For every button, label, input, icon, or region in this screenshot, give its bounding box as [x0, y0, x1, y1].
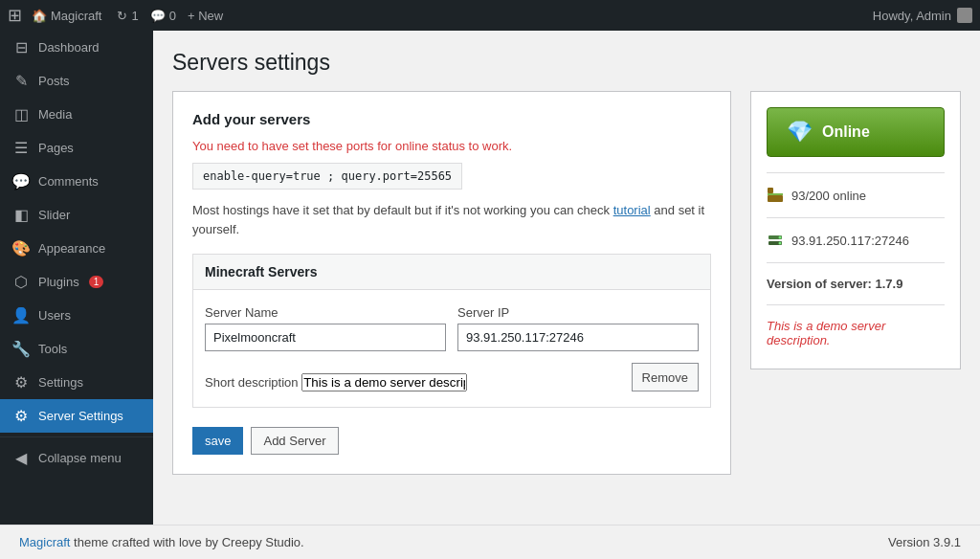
server-name-group: Server Name: [205, 305, 446, 351]
sidebar-item-server-settings[interactable]: ⚙ Server Settings: [0, 399, 153, 433]
top-bar: ⊞ 🏠 Magicraft ↻ 1 💬 0 + New Howdy, Admin: [0, 0, 980, 31]
updates-count: 1: [131, 9, 138, 23]
sidebar-item-dashboard[interactable]: ⊟ Dashboard: [0, 31, 153, 64]
sidebar-label-media: Media: [38, 107, 72, 122]
note-text: Most hostings have it set that by defaul…: [192, 201, 711, 238]
right-panel: 💎 Online 93/200 online: [750, 91, 961, 475]
code-block: enable-query=true ; query.port=25565: [192, 163, 462, 190]
svg-rect-2: [768, 195, 783, 202]
sidebar-label-plugins: Plugins: [38, 275, 79, 289]
online-status: 💎 Online: [767, 107, 945, 157]
servers-section: Minecraft Servers Server Name Server IP: [192, 254, 711, 408]
content-area: Add your servers You need to have set th…: [172, 91, 961, 475]
status-card: 💎 Online 93/200 online: [750, 91, 961, 369]
updates-icon: ↻: [117, 9, 127, 23]
remove-button[interactable]: Remove: [632, 363, 699, 391]
sidebar-label-comments: Comments: [38, 174, 99, 189]
sidebar-item-settings[interactable]: ⚙ Settings: [0, 366, 153, 399]
online-label: Online: [822, 123, 870, 141]
sidebar-item-pages[interactable]: ☰ Pages: [0, 131, 153, 165]
sidebar-item-slider[interactable]: ◧ Slider: [0, 198, 153, 232]
new-item[interactable]: + New: [188, 9, 223, 23]
note-text-before: Most hostings have it set that by defaul…: [192, 203, 610, 217]
sidebar-item-media[interactable]: ◫ Media: [0, 98, 153, 131]
server-name-label: Server Name: [205, 305, 446, 320]
server-name-input[interactable]: [205, 324, 446, 351]
players-text: 93/200 online: [791, 189, 866, 203]
avatar: [957, 8, 972, 23]
sidebar-separator: [0, 436, 153, 437]
svg-point-5: [779, 236, 782, 239]
slider-icon: ◧: [11, 206, 31, 224]
players-row: 93/200 online: [767, 181, 945, 210]
sidebar-label-settings: Settings: [38, 375, 83, 390]
updates-item[interactable]: ↻ 1: [117, 9, 138, 23]
svg-rect-0: [768, 188, 773, 193]
footer-credit: Magicraft theme crafted with love by Cre…: [19, 535, 304, 549]
sidebar-item-plugins[interactable]: ⬡ Plugins 1: [0, 265, 153, 299]
appearance-icon: 🎨: [11, 239, 31, 257]
sidebar-item-tools[interactable]: 🔧 Tools: [0, 332, 153, 366]
short-desc-input[interactable]: [301, 373, 467, 391]
server-settings-icon: ⚙: [11, 407, 31, 425]
sidebar-label-users: Users: [38, 308, 71, 323]
sidebar-label-slider: Slider: [38, 208, 70, 222]
layout: ⊟ Dashboard ✎ Posts ◫ Media ☰ Pages 💬 Co…: [0, 31, 980, 525]
comments-item[interactable]: 💬 0: [150, 9, 176, 23]
short-desc-row: Short description Remove: [205, 363, 699, 391]
sidebar-collapse-label: Collapse menu: [38, 451, 122, 465]
ip-text: 93.91.250.117:27246: [791, 234, 909, 248]
sidebar-collapse[interactable]: ◀ Collapse menu: [0, 441, 153, 475]
status-description: This is a demo server description.: [767, 313, 945, 353]
ip-row: 93.91.250.117:27246: [767, 226, 945, 255]
sidebar-label-pages: Pages: [38, 141, 74, 155]
divider-2: [767, 217, 945, 218]
sidebar-item-posts[interactable]: ✎ Posts: [0, 64, 153, 98]
divider-4: [767, 304, 945, 305]
svg-rect-1: [768, 193, 783, 195]
server-ip-label: Server IP: [457, 305, 699, 320]
footer-link[interactable]: Magicraft: [19, 535, 70, 549]
wp-logo-icon[interactable]: ⊞: [8, 5, 22, 26]
settings-box: Add your servers You need to have set th…: [172, 91, 731, 475]
site-name[interactable]: 🏠 Magicraft: [32, 9, 101, 23]
dashboard-icon: ⊟: [11, 38, 31, 56]
home-icon: 🏠: [32, 9, 47, 23]
plugins-badge: 1: [89, 276, 104, 288]
footer: Magicraft theme crafted with love by Cre…: [0, 525, 980, 559]
server-ip-input[interactable]: [457, 324, 699, 351]
comments-icon: 💬: [150, 9, 166, 23]
sidebar-item-comments[interactable]: 💬 Comments: [0, 165, 153, 198]
sidebar-item-appearance[interactable]: 🎨 Appearance: [0, 232, 153, 265]
user-menu[interactable]: Howdy, Admin: [873, 8, 972, 23]
server-icon: [767, 232, 784, 249]
add-server-button[interactable]: Add Server: [251, 427, 338, 455]
add-servers-heading: Add your servers: [192, 111, 711, 127]
short-desc-group: Short description: [205, 373, 620, 391]
tutorial-link[interactable]: tutorial: [613, 203, 651, 217]
save-button[interactable]: save: [192, 427, 243, 455]
server-form: Server Name Server IP Short: [193, 290, 710, 407]
tools-icon: 🔧: [11, 340, 31, 358]
version-row: Version of server: 1.7.9: [767, 271, 945, 297]
posts-icon: ✎: [11, 72, 31, 90]
name-ip-row: Server Name Server IP: [205, 305, 699, 351]
users-icon: 👤: [11, 306, 31, 324]
version-label: Version of server:: [767, 277, 872, 291]
sidebar-label-dashboard: Dashboard: [38, 40, 100, 55]
comments-count: 0: [169, 9, 176, 23]
info-text: You need to have set these ports for onl…: [192, 139, 711, 153]
comments-sidebar-icon: 💬: [11, 172, 31, 190]
action-buttons: save Add Server: [192, 423, 711, 455]
site-title: Magicraft: [51, 9, 101, 23]
sidebar-item-users[interactable]: 👤 Users: [0, 299, 153, 332]
version-value: 1.7.9: [875, 277, 902, 291]
main-content: Servers settings Add your servers You ne…: [153, 31, 980, 525]
svg-point-6: [779, 242, 782, 245]
short-desc-label: Short description: [205, 375, 299, 390]
pages-icon: ☰: [11, 139, 31, 157]
page-title: Servers settings: [172, 50, 961, 76]
sidebar-label-server-settings: Server Settings: [38, 409, 123, 423]
footer-suffix: theme crafted with love by Creepy Studio…: [74, 535, 304, 549]
footer-version: Version 3.9.1: [888, 535, 961, 549]
